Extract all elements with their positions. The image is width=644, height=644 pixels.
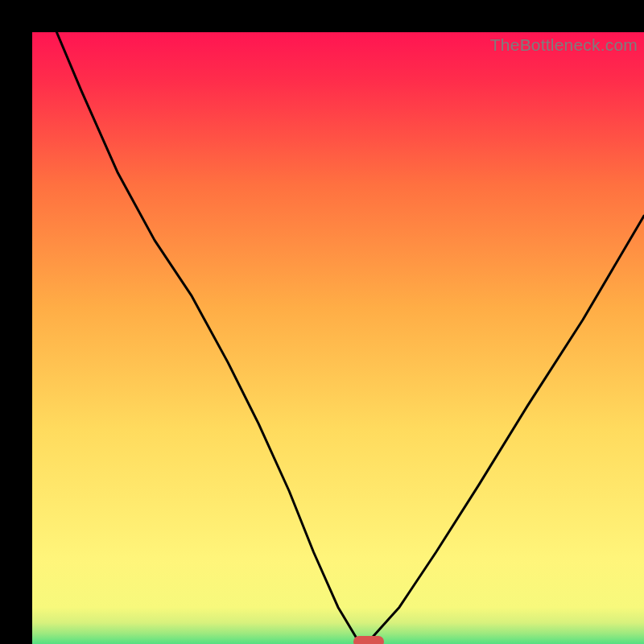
data-marker (353, 636, 384, 644)
chart-frame: TheBottleneck.com (16, 16, 628, 628)
curve-line (32, 32, 644, 644)
watermark-text: TheBottleneck.com (490, 35, 638, 55)
plot-area: TheBottleneck.com (32, 32, 644, 644)
